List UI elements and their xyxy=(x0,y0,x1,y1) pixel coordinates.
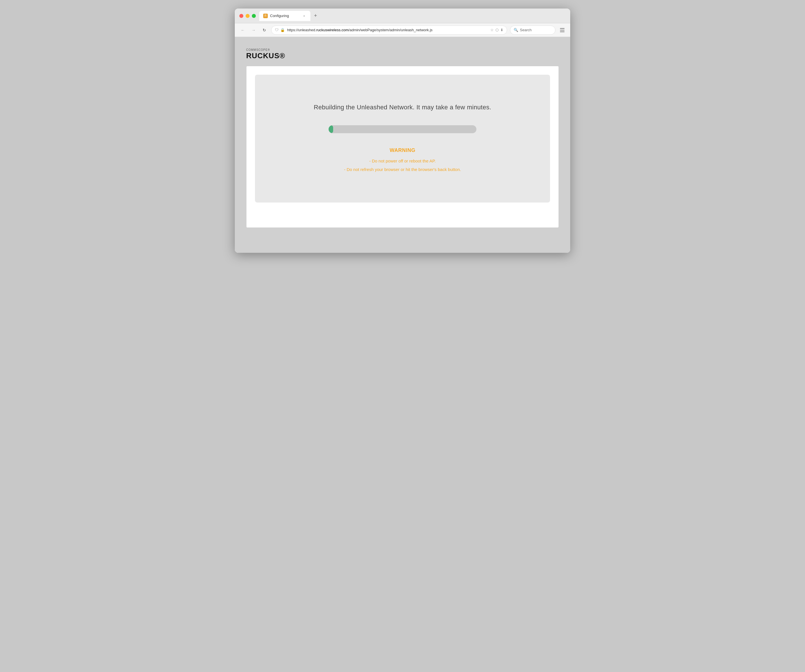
tab-close-button[interactable]: × xyxy=(302,14,306,18)
warning-line-1: - Do not power off or reboot the AP. xyxy=(344,157,461,165)
shield-icon: 🛡 xyxy=(275,28,279,32)
warning-section: WARNING - Do not power off or reboot the… xyxy=(344,148,461,174)
logo-area: COMMSCOPE® RUCKUS® xyxy=(246,48,559,60)
warning-title: WARNING xyxy=(344,148,461,153)
active-tab[interactable]: R Configuring × xyxy=(259,11,310,21)
close-window-button[interactable] xyxy=(239,14,243,18)
refresh-button[interactable]: ↻ xyxy=(260,26,268,34)
menu-line xyxy=(560,28,565,29)
progress-bar-fill xyxy=(329,125,333,133)
new-tab-button[interactable]: + xyxy=(312,12,319,20)
pocket-icon[interactable]: ⬡ xyxy=(495,28,499,32)
main-panel: Rebuilding the Unleashed Network. It may… xyxy=(246,66,559,228)
address-domain: ruckuswireless.com xyxy=(316,28,348,32)
address-suffix: /admin/webPage/system/admin/unleash_netw… xyxy=(348,28,433,32)
address-actions: ☆ ⬡ ⬇ xyxy=(490,28,503,32)
maximize-window-button[interactable] xyxy=(252,14,256,18)
tab-favicon: R xyxy=(263,14,268,18)
nav-bar: ← → ↻ 🛡 🔒 https://unleashed.ruckuswirele… xyxy=(235,23,570,37)
search-placeholder: Search xyxy=(520,28,532,32)
browser-window: R Configuring × + ← → ↻ 🛡 🔒 https://unle… xyxy=(235,8,570,253)
page-content: COMMSCOPE® RUCKUS® Rebuilding the Unleas… xyxy=(235,37,570,253)
bookmark-icon[interactable]: ☆ xyxy=(490,28,494,32)
lock-icon: 🔒 xyxy=(280,28,285,32)
search-bar[interactable]: 🔍 Search xyxy=(510,26,555,34)
address-prefix: https://unleashed. xyxy=(287,28,316,32)
address-security-icons: 🛡 🔒 xyxy=(275,28,285,32)
forward-button[interactable]: → xyxy=(250,26,258,34)
address-text: https://unleashed.ruckuswireless.com/adm… xyxy=(287,28,488,32)
commscope-logo: COMMSCOPE® xyxy=(246,48,559,51)
address-bar[interactable]: 🛡 🔒 https://unleashed.ruckuswireless.com… xyxy=(271,26,507,34)
traffic-lights xyxy=(239,14,256,18)
warning-line-2: - Do not refresh your browser or hit the… xyxy=(344,165,461,174)
tab-bar: R Configuring × + xyxy=(259,11,566,21)
menu-line xyxy=(560,30,565,30)
title-bar: R Configuring × + xyxy=(235,8,570,23)
minimize-window-button[interactable] xyxy=(246,14,250,18)
back-button[interactable]: ← xyxy=(239,26,247,34)
browser-menu-button[interactable] xyxy=(558,26,566,34)
search-icon: 🔍 xyxy=(514,28,518,32)
menu-line xyxy=(560,31,565,32)
rebuilding-message: Rebuilding the Unleashed Network. It may… xyxy=(314,104,491,111)
progress-bar-container xyxy=(329,125,476,133)
download-icon[interactable]: ⬇ xyxy=(500,28,503,32)
content-box: Rebuilding the Unleashed Network. It may… xyxy=(255,75,550,203)
tab-title: Configuring xyxy=(270,14,289,18)
ruckus-logo: RUCKUS® xyxy=(246,51,559,60)
